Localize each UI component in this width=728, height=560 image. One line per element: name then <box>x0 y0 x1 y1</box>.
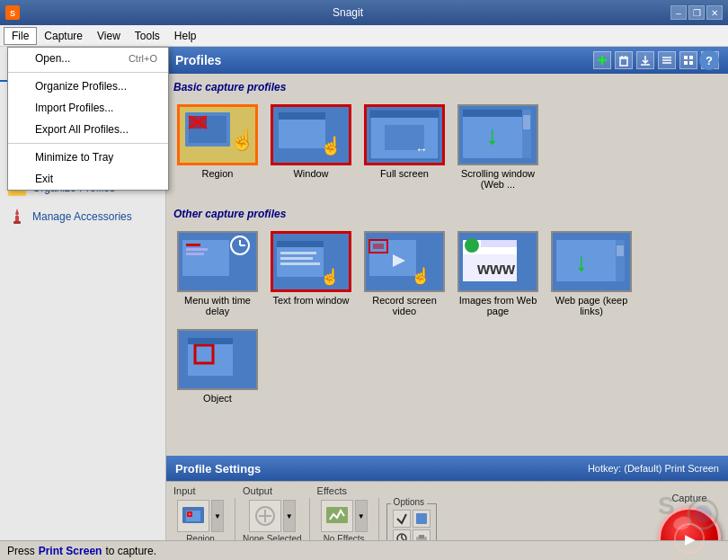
profiles-add-btn[interactable] <box>593 51 611 69</box>
options-label: Options <box>391 497 427 507</box>
profile-text-window-thumb: ☝ <box>271 231 351 292</box>
dropdown-exit[interactable]: Exit <box>8 168 168 190</box>
svg-text:☝: ☝ <box>230 128 255 152</box>
menu-bar: File Capture View Tools Help <box>0 25 728 47</box>
profile-images-web[interactable]: www Images from Web page <box>454 227 542 320</box>
input-group: Input ▼ Region <box>173 485 227 544</box>
profile-scrolling[interactable]: ↓ Scrolling window (Web ... <box>454 101 542 193</box>
minimize-button[interactable]: – <box>670 5 687 20</box>
dropdown-open[interactable]: Open... Ctrl+O <box>8 48 168 69</box>
effects-group: Effects ▼ No Effects <box>317 485 371 544</box>
menu-file[interactable]: File <box>4 27 37 45</box>
profile-record-video[interactable]: ☝ Record screen video <box>360 227 448 320</box>
profiles-header: Profiles <box>166 47 728 74</box>
output-dropdown-arrow[interactable]: ▼ <box>283 500 296 532</box>
svg-rect-27 <box>684 61 688 65</box>
dropdown-sep-1 <box>8 72 168 73</box>
svg-text:↓: ↓ <box>486 121 499 149</box>
profile-window[interactable]: ☝ Window <box>267 101 355 193</box>
close-button[interactable]: ✕ <box>706 5 723 20</box>
profile-menu-time[interactable]: Menu with time delay <box>173 227 262 320</box>
restore-button[interactable]: ❐ <box>688 5 705 20</box>
dropdown-import-profiles[interactable]: Import Profiles... <box>8 97 168 119</box>
profile-menu-time-thumb <box>177 231 258 292</box>
help-button[interactable]: ? <box>699 50 719 70</box>
svg-text:☝: ☝ <box>411 266 431 286</box>
svg-rect-76 <box>481 240 517 247</box>
effects-control: ▼ <box>321 500 368 532</box>
input-dropdown-arrow[interactable]: ▼ <box>211 500 224 532</box>
svg-text:☝: ☝ <box>320 135 342 156</box>
title-bar: S Snagit – ❐ ✕ <box>0 0 728 25</box>
status-capture: to capture. <box>105 545 156 557</box>
svg-rect-43 <box>370 111 439 118</box>
svg-rect-100 <box>419 535 424 538</box>
profile-record-video-thumb: ☝ <box>364 231 445 292</box>
menu-help[interactable]: Help <box>167 27 204 45</box>
profiles-delete-btn[interactable] <box>615 51 633 69</box>
menu-view[interactable]: View <box>90 27 128 45</box>
status-bar: Press Print Screen to capture. <box>0 540 728 560</box>
effects-icon-btn[interactable] <box>321 500 353 532</box>
svg-rect-65 <box>280 262 320 265</box>
profile-settings-header: Profile Settings Hotkey: (Default) Print… <box>166 456 728 481</box>
svg-text:S: S <box>658 492 675 520</box>
svg-text:▶: ▶ <box>685 532 696 547</box>
output-label: Output <box>243 485 272 496</box>
file-dropdown-menu: Open... Ctrl+O Organize Profiles... Impo… <box>7 47 169 191</box>
profile-region-label: Region <box>202 168 234 179</box>
output-icon-btn[interactable] <box>249 500 281 532</box>
accessories-icon <box>7 207 27 227</box>
dropdown-sep-2 <box>8 143 168 144</box>
svg-text:↓: ↓ <box>575 248 588 276</box>
profile-region[interactable]: ☝ Region <box>173 101 262 193</box>
svg-rect-82 <box>617 245 624 256</box>
profiles-list-view-btn[interactable] <box>658 51 676 69</box>
svg-text:↔: ↔ <box>415 142 428 156</box>
svg-rect-64 <box>280 257 313 260</box>
svg-rect-48 <box>463 110 524 117</box>
menu-tools[interactable]: Tools <box>128 27 167 45</box>
svg-rect-39 <box>279 112 325 120</box>
profile-object-thumb <box>177 329 258 390</box>
dropdown-organize-profiles[interactable]: Organize Profiles... <box>8 76 168 97</box>
svg-text:☝: ☝ <box>320 267 341 287</box>
profile-webpage-label: Web page (keep links) <box>551 295 632 316</box>
svg-text:S: S <box>10 9 15 18</box>
input-icon-btn[interactable] <box>177 500 209 532</box>
other-section-header: Other capture profiles <box>173 208 721 220</box>
input-control: ▼ <box>177 500 224 532</box>
svg-rect-55 <box>186 248 208 251</box>
menu-capture[interactable]: Capture <box>37 27 90 45</box>
profile-webpage[interactable]: ↓ Web page (keep links) <box>547 227 635 320</box>
options-icon-2[interactable] <box>413 510 431 528</box>
options-icon-1[interactable] <box>393 510 411 528</box>
svg-rect-54 <box>186 244 200 246</box>
svg-rect-25 <box>684 56 688 59</box>
dropdown-export-profiles[interactable]: Export All Profiles... <box>8 119 168 140</box>
profile-images-web-thumb: www <box>457 231 538 292</box>
output-control: ▼ <box>249 500 296 532</box>
profiles-grid-view-btn[interactable] <box>679 51 697 69</box>
svg-rect-14 <box>13 221 21 224</box>
profiles-title: Profiles <box>175 53 221 67</box>
svg-rect-17 <box>620 58 627 66</box>
sidebar-item-manage-accessories[interactable]: Manage Accessories <box>0 202 165 231</box>
profiles-scroll-area[interactable]: Basic capture profiles <box>166 74 728 456</box>
profile-object[interactable]: Object <box>173 325 262 407</box>
dropdown-minimize-tray[interactable]: Minimize to Tray <box>8 147 168 168</box>
basic-profiles-grid: ☝ Region ☝ <box>173 101 721 193</box>
effects-dropdown-arrow[interactable]: ▼ <box>355 500 368 532</box>
profile-images-web-label: Images from Web page <box>457 295 538 316</box>
profile-text-window[interactable]: ☝ Text from window <box>267 227 355 320</box>
other-profiles-grid: Menu with time delay <box>173 227 721 407</box>
svg-text:www: www <box>476 260 516 278</box>
svg-rect-62 <box>277 241 324 247</box>
profile-fullscreen-label: Full screen <box>380 168 429 179</box>
profile-fullscreen[interactable]: ↔ Full screen <box>360 101 448 193</box>
app-icon: S <box>5 5 20 20</box>
profiles-download-btn[interactable] <box>636 51 654 69</box>
output-group: Output ▼ None Selected <box>243 485 302 544</box>
basic-section-header: Basic capture profiles <box>173 81 721 93</box>
status-key: Print Screen <box>39 545 102 557</box>
